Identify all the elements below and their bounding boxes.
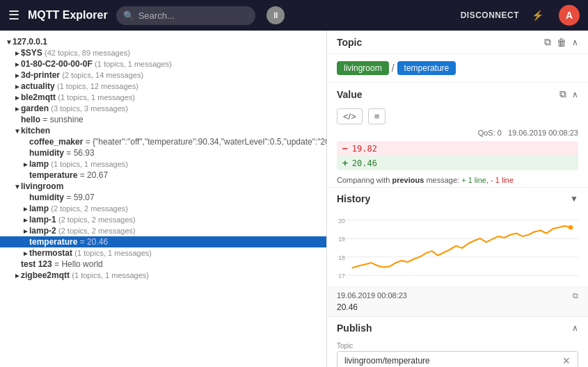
tree-item[interactable]: coffee_maker = {"heater":"off","temperat… — [0, 136, 326, 147]
tree-item[interactable]: temperature = 20.67 — [0, 170, 326, 181]
publish-topic-value: livingroom/temperature — [344, 356, 562, 366]
tree-arrow: ► — [22, 205, 29, 213]
tree-item[interactable]: ► lamp-1 (2 topics, 2 messages) — [0, 214, 326, 225]
value-code-button[interactable]: </> — [337, 108, 363, 124]
menu-icon[interactable]: ☰ — [8, 8, 19, 23]
tree-item[interactable]: test 123 = Hello world — [0, 259, 326, 270]
tree-arrow: ▼ — [6, 38, 13, 46]
tree-arrow — [22, 138, 29, 146]
tree-meta: (2 topics, 14 messages) — [62, 71, 143, 79]
tree-key: 3d-printer — [21, 70, 60, 80]
tree-key: hello — [21, 115, 40, 124]
topic-chip-temperature[interactable]: temperature — [397, 61, 456, 75]
history-copy-icon[interactable]: ⧉ — [573, 291, 578, 300]
publish-topic-label: Topic — [337, 342, 578, 350]
app-title: MQTT Explorer — [28, 9, 108, 22]
history-value: 20.46 — [327, 301, 588, 316]
topic-copy-icon[interactable]: ⧉ — [544, 36, 551, 48]
tree-item[interactable]: humidity = 56.93 — [0, 147, 326, 158]
tree-arrow: ► — [22, 227, 29, 235]
tree-item[interactable]: ▼ kitchen — [0, 125, 326, 136]
tree-key: temperature — [29, 170, 77, 180]
compare-add: + 1 line, — [461, 176, 488, 184]
search-input[interactable] — [116, 6, 255, 25]
tree-val: = 20.46 — [77, 237, 108, 247]
app-header: ☰ MQTT Explorer 🔍 ⏸ DISCONNECT ⚡ A — [0, 0, 588, 31]
tree-item[interactable]: ▼ 127.0.0.1 — [0, 36, 326, 47]
history-chart: 20 19 18 17 — [337, 213, 578, 286]
tree-item[interactable]: humidity = 59.07 — [0, 192, 326, 203]
topic-chevron[interactable]: ∧ — [572, 38, 578, 47]
tree-item[interactable]: temperature = 20.46 — [0, 236, 326, 247]
topic-title: Topic — [337, 37, 539, 48]
tree-arrow: ► — [14, 60, 21, 68]
tree-val: = 20.67 — [77, 170, 108, 180]
tree-item[interactable]: ► 01-80-C2-00-00-0F (1 topics, 1 message… — [0, 58, 326, 70]
tree-arrow: ► — [14, 72, 21, 79]
value-copy-icon[interactable]: ⧉ — [559, 88, 566, 100]
disconnect-button[interactable]: DISCONNECT — [461, 10, 519, 20]
tree-val: = {"heater":"off","temperature":90.34,"w… — [83, 137, 327, 147]
tree-meta: (2 topics, 2 messages) — [51, 204, 128, 213]
diff-removed-value: 19.82 — [352, 144, 377, 154]
tree-item[interactable]: ▼ livingroom — [0, 181, 326, 192]
tree-item[interactable]: ► ble2mqtt (1 topics, 1 messages) — [0, 92, 326, 103]
tree-key: humidity — [29, 148, 64, 158]
svg-point-8 — [569, 225, 573, 229]
avatar: A — [559, 5, 580, 26]
tree-item[interactable]: ► lamp-2 (2 topics, 2 messages) — [0, 225, 326, 236]
tree-meta: (1 topics, 1 messages) — [51, 160, 128, 168]
tree-item[interactable]: ► actuality (1 topics, 12 messages) — [0, 81, 326, 92]
tree-val: = sunshine — [40, 115, 84, 124]
tree-key: lamp-2 — [29, 226, 56, 236]
tree-item[interactable]: ► zigbee2mqtt (1 topics, 1 messages) — [0, 270, 326, 281]
tree-item[interactable]: hello = sunshine — [0, 114, 326, 125]
right-panel: Topic ⧉ 🗑 ∧ livingroom / temperature Val… — [327, 31, 588, 367]
publish-topic-clear-icon[interactable]: ✕ — [562, 355, 571, 366]
tree-meta: (1 topics, 1 messages) — [95, 60, 172, 68]
tree-item[interactable]: ► lamp (1 topics, 1 messages) — [0, 158, 326, 170]
main-layout: ▼ 127.0.0.1► $SYS (42 topics, 89 message… — [0, 31, 588, 367]
tree-arrow — [22, 149, 29, 157]
tree-item[interactable]: ► 3d-printer (2 topics, 14 messages) — [0, 70, 326, 81]
tree-item[interactable]: ► garden (3 topics, 3 messages) — [0, 103, 326, 114]
diff-container: − 19.82 + 20.46 — [337, 141, 578, 170]
wifi-icon: ⚡ — [532, 10, 543, 21]
history-chevron[interactable]: ▼ — [570, 194, 578, 204]
pause-button[interactable]: ⏸ — [267, 6, 285, 24]
tree-item[interactable]: ► thermostat (1 topics, 1 messages) — [0, 247, 326, 259]
tree-key: thermostat — [29, 248, 72, 258]
topic-delete-icon[interactable]: 🗑 — [557, 37, 566, 48]
publish-header: Publish ∧ — [327, 317, 588, 339]
tree-key: zigbee2mqtt — [21, 270, 70, 280]
publish-section: Publish ∧ Topic livingroom/temperature ✕… — [327, 316, 588, 367]
tree-key: humidity — [29, 193, 64, 202]
tree-meta: (3 topics, 3 messages) — [51, 104, 128, 113]
diff-added-value: 20.46 — [352, 158, 377, 168]
publish-chevron[interactable]: ∧ — [572, 323, 578, 333]
tree-item[interactable]: ► lamp (2 topics, 2 messages) — [0, 203, 326, 214]
tree-arrow — [22, 194, 29, 202]
value-list-button[interactable]: ≡ — [368, 108, 386, 124]
tree-item[interactable]: ► $SYS (42 topics, 89 messages) — [0, 47, 326, 58]
tree-meta: (1 topics, 1 messages) — [58, 93, 135, 101]
tree-key: temperature — [29, 237, 77, 247]
value-title: Value — [337, 89, 555, 100]
tree-key: $SYS — [21, 48, 42, 58]
tree-meta: (1 topics, 1 messages) — [72, 271, 149, 279]
topic-chip-livingroom[interactable]: livingroom — [337, 61, 389, 75]
search-icon: 🔍 — [123, 10, 134, 21]
tree-arrow — [14, 116, 21, 124]
value-section: Value ⧉ ∧ </> ≡ QoS: 0 19.06.2019 00:08:… — [327, 82, 588, 187]
value-timestamp: 19.06.2019 00:08:23 — [508, 129, 578, 137]
value-chevron[interactable]: ∧ — [572, 90, 578, 99]
tree-arrow: ► — [14, 94, 21, 101]
topic-separator: / — [392, 63, 395, 74]
history-header[interactable]: History ▼ — [327, 188, 588, 210]
tree-arrow: ► — [22, 161, 29, 168]
qos-line: QoS: 0 19.06.2019 00:08:23 — [327, 127, 588, 138]
topic-breadcrumb: livingroom / temperature — [327, 54, 588, 82]
diff-added-line: + 20.46 — [337, 156, 578, 170]
tree-val: = Hello world — [52, 259, 103, 269]
tree-meta: (42 topics, 89 messages) — [45, 49, 130, 57]
